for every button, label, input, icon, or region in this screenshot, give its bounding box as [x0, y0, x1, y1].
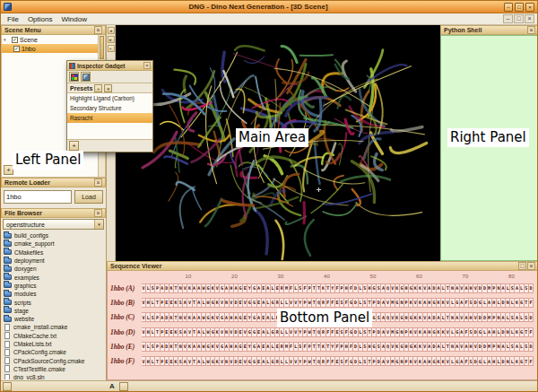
chain-label[interactable]: 1hbo (B)	[108, 299, 142, 307]
close-icon[interactable]: ×	[143, 62, 151, 69]
scene-menu-header[interactable]: Scene Menu ×	[1, 25, 106, 35]
titlebar[interactable]: DNG - Dino Next Generation - [3D Scene] …	[1, 1, 537, 13]
close-icon[interactable]: ×	[527, 26, 535, 34]
close-icon[interactable]: ×	[94, 209, 102, 217]
file-browser-item[interactable]: website	[1, 315, 106, 323]
expander-icon[interactable]: ▾	[4, 37, 10, 42]
ruler-number: 30	[278, 274, 284, 279]
chain-label[interactable]: 1hbo (A)	[108, 284, 142, 292]
add-button[interactable]: +	[69, 141, 79, 151]
close-icon[interactable]: ×	[527, 262, 535, 270]
annotation-left-panel: Left Panel	[13, 151, 83, 170]
font-size-indicator[interactable]: A	[109, 382, 115, 390]
inspector-title: Inspector Gadget	[77, 63, 143, 69]
chevron-down-icon[interactable]: ▾	[104, 84, 112, 92]
scene-node-1hbo[interactable]: ✓ 1hbo	[2, 44, 105, 53]
menu-window[interactable]: Window	[56, 15, 91, 23]
panel-toggle-button-3[interactable]: ▪	[108, 45, 115, 52]
python-shell-input-area[interactable]	[440, 35, 538, 261]
file-browser-item[interactable]: cmake_support	[1, 240, 106, 248]
file-browser-item[interactable]: CTestTestfile.cmake	[1, 365, 106, 373]
mdi-close-button[interactable]: ×	[525, 14, 534, 23]
folder-icon	[4, 249, 12, 255]
residue-cell[interactable]: D	[528, 283, 534, 293]
display-mode-button[interactable]	[119, 382, 128, 391]
pdb-id-input[interactable]	[4, 190, 72, 204]
file-browser-item[interactable]: doxygen	[1, 265, 106, 273]
file-icon	[4, 341, 10, 348]
chain-label[interactable]: 1hbo (F)	[108, 357, 142, 365]
combobox-value: openstructure	[6, 222, 45, 228]
statusbar: A	[1, 380, 538, 392]
file-icon	[4, 332, 10, 339]
color-palette-button[interactable]	[69, 72, 79, 82]
file-browser-item[interactable]: build_configs	[1, 231, 106, 240]
sequence-viewer-title: Sequence Viewer	[110, 263, 161, 269]
center-marker-icon	[317, 187, 321, 192]
file-browser-item[interactable]: CMakeLists.txt	[1, 340, 106, 348]
chevron-down-icon: ▾	[94, 220, 103, 229]
folder-combobox[interactable]: openstructure ▾	[3, 219, 104, 230]
presets-header[interactable]: Presets + ▾	[67, 83, 152, 93]
preset-item[interactable]: Secondary Structure	[67, 103, 152, 113]
residue-cell[interactable]: D	[528, 312, 534, 322]
file-browser-item[interactable]: CMakeCache.txt	[1, 332, 106, 340]
folder-icon	[4, 308, 12, 313]
file-browser-item[interactable]: graphics	[1, 282, 106, 290]
mdi-restore-button[interactable]: □	[514, 14, 524, 23]
inspector-window[interactable]: Inspector Gadget × Presets + ▾ Highlight…	[66, 60, 153, 152]
node-checkbox[interactable]: ✓	[13, 46, 20, 52]
console-toggle-button[interactable]	[3, 382, 12, 391]
mdi-minimize-button[interactable]: –	[503, 14, 513, 23]
close-button[interactable]: ×	[525, 3, 534, 12]
render-mode-button[interactable]	[81, 72, 91, 82]
residue-cell[interactable]: F	[528, 298, 534, 308]
file-browser-item[interactable]: CPackSourceConfig.cmake	[1, 356, 106, 364]
file-browser-item[interactable]: scripts	[1, 298, 106, 306]
close-icon[interactable]: ×	[94, 26, 102, 34]
remote-loader-header[interactable]: Remote Loader ×	[1, 178, 106, 187]
python-shell-title: Python Shell	[444, 27, 482, 33]
folder-icon	[4, 258, 12, 264]
python-shell-header[interactable]: Python Shell ×	[440, 25, 538, 35]
add-preset-button[interactable]: +	[94, 84, 102, 92]
menu-file[interactable]: File	[3, 15, 23, 23]
file-browser-header[interactable]: File Browser ×	[1, 208, 106, 218]
minimize-button[interactable]: –	[504, 3, 513, 12]
file-browser-item[interactable]: CPackConfig.cmake	[1, 348, 106, 356]
menu-options[interactable]: Options	[23, 15, 57, 23]
load-button[interactable]: Load	[74, 190, 103, 204]
inspector-titlebar[interactable]: Inspector Gadget ×	[67, 61, 152, 71]
file-browser-item[interactable]: stage	[1, 307, 106, 315]
panel-toggle-button-2[interactable]: ▸	[108, 36, 115, 43]
file-icon	[4, 324, 10, 331]
maximize-button[interactable]: □	[515, 3, 524, 12]
file-browser-item[interactable]: dng_vc8.sln	[1, 373, 106, 379]
chain-label[interactable]: 1hbo (C)	[108, 313, 142, 321]
preset-item[interactable]: Highlight Ligand (Carbon)	[67, 93, 152, 103]
file-browser-item[interactable]: cmake_install.cmake	[1, 323, 106, 331]
menubar: FileOptionsWindow – □ ×	[1, 13, 537, 25]
scrollbar-thumb[interactable]	[100, 36, 104, 59]
folder-icon	[4, 292, 12, 297]
file-browser-item[interactable]: deployment	[1, 257, 106, 265]
maximize-icon[interactable]: □	[518, 262, 526, 270]
preset-item[interactable]: Rasracht	[67, 113, 152, 123]
residue-cells: VHLTPEEKSAVTALWGKVNVDEVGGEALGRLLVVYPWTQR…	[142, 327, 534, 337]
file-browser-item[interactable]: modules	[1, 290, 106, 298]
residue-cell[interactable]: D	[528, 342, 534, 352]
residue-cell[interactable]: F	[528, 356, 534, 366]
file-name: cmake_install.cmake	[13, 324, 67, 330]
scene-root-row[interactable]: ▾ ✓ Scene	[2, 35, 105, 44]
file-name: CPackSourceConfig.cmake	[13, 358, 84, 364]
file-browser-item[interactable]: examples	[1, 273, 106, 281]
scene-checkbox[interactable]: ✓	[12, 37, 18, 43]
file-browser-item[interactable]: CMakefiles	[1, 248, 106, 257]
panel-toggle-button-1[interactable]: ◂	[108, 27, 115, 34]
chain-label[interactable]: 1hbo (E)	[108, 343, 142, 351]
chain-label[interactable]: 1hbo (D)	[108, 328, 142, 336]
file-browser-panel: File Browser × openstructure ▾ build_con…	[1, 208, 106, 380]
residue-cell[interactable]: F	[528, 327, 534, 337]
close-icon[interactable]: ×	[94, 179, 102, 187]
sequence-viewer-header[interactable]: Sequence Viewer □ ×	[107, 261, 538, 271]
